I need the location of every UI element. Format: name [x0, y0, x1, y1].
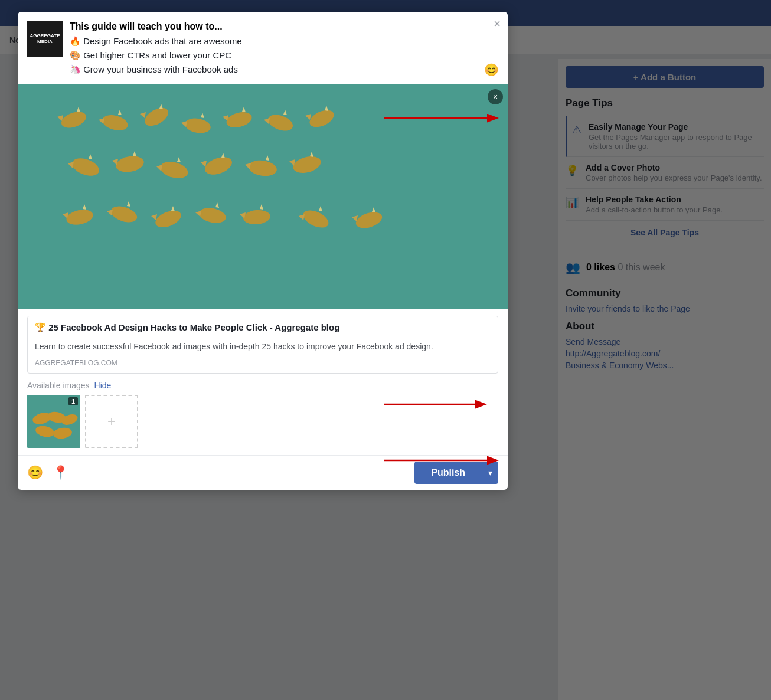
guide-item-3: 🦄 Grow your business with Facebook ads — [70, 63, 242, 77]
svg-point-6 — [142, 104, 171, 130]
svg-marker-5 — [118, 110, 122, 115]
footer-icons: 😊 📍 — [27, 465, 68, 480]
svg-marker-56 — [319, 206, 322, 211]
svg-point-0 — [59, 109, 89, 131]
image-close-button[interactable]: × — [488, 89, 503, 104]
svg-marker-31 — [201, 161, 207, 167]
available-images-label: Available images — [27, 381, 90, 390]
svg-point-27 — [158, 159, 190, 181]
svg-marker-26 — [133, 151, 136, 156]
svg-marker-23 — [89, 154, 92, 159]
svg-marker-55 — [299, 214, 305, 220]
svg-marker-46 — [151, 214, 157, 220]
svg-point-45 — [153, 207, 184, 230]
svg-marker-19 — [305, 114, 311, 120]
link-preview-card: Learn to create successful Facebook ad i… — [27, 316, 498, 374]
thumbnail-badge: 1 — [68, 397, 78, 405]
modal-guide-content: This guide will teach you how to... 🔥 De… — [70, 21, 242, 77]
svg-marker-29 — [177, 157, 181, 162]
svg-marker-53 — [260, 204, 263, 210]
thumbnail-add-button[interactable]: + — [85, 395, 138, 448]
post-creation-modal: AGGREGATEMEDIA This guide will teach you… — [18, 12, 508, 490]
svg-marker-50 — [215, 202, 219, 208]
svg-point-57 — [354, 209, 384, 231]
link-title-input[interactable] — [28, 316, 498, 336]
arrow-domain — [378, 449, 508, 472]
svg-marker-35 — [266, 155, 269, 161]
svg-marker-38 — [310, 152, 313, 157]
svg-marker-14 — [242, 107, 246, 112]
svg-point-39 — [65, 207, 94, 227]
emoji-button[interactable]: 😊 — [27, 465, 43, 480]
available-images-section: Available images Hide 1 + — [18, 381, 508, 455]
svg-point-12 — [225, 110, 254, 130]
logo-text: AGGREGATEMEDIA — [30, 33, 60, 44]
available-images-header: Available images Hide — [27, 381, 498, 390]
svg-point-15 — [266, 112, 295, 134]
svg-marker-44 — [127, 201, 130, 207]
svg-marker-2 — [77, 107, 80, 112]
svg-point-21 — [70, 155, 102, 179]
svg-point-3 — [101, 113, 130, 133]
modal-header: AGGREGATEMEDIA This guide will teach you… — [18, 12, 508, 84]
svg-marker-32 — [221, 153, 225, 158]
svg-point-33 — [247, 159, 277, 178]
link-description: Learn to create successful Facebook ad i… — [28, 336, 498, 358]
svg-marker-8 — [159, 104, 163, 109]
guide-item-1: 🔥 Design Facebook ads that are awesome — [70, 34, 242, 48]
svg-point-24 — [115, 154, 145, 174]
svg-point-30 — [202, 154, 234, 178]
svg-point-36 — [291, 153, 322, 176]
arrow-link-title — [378, 392, 496, 416]
guide-item-2: 🎨 Get higher CTRs and lower your CPC — [70, 48, 242, 63]
svg-marker-41 — [83, 204, 86, 210]
modal-logo: AGGREGATEMEDIA — [27, 21, 63, 57]
svg-point-51 — [243, 209, 271, 225]
svg-point-42 — [109, 203, 139, 225]
svg-point-54 — [300, 207, 331, 231]
svg-marker-17 — [283, 110, 287, 115]
svg-marker-43 — [107, 210, 113, 215]
guide-title: This guide will teach you how to... — [70, 21, 242, 32]
svg-marker-7 — [140, 112, 146, 118]
modal-close-button[interactable]: × — [494, 18, 501, 30]
hide-images-link[interactable]: Hide — [94, 381, 112, 390]
link-domain: AGGREGATEBLOG.COM — [28, 358, 498, 373]
svg-marker-59 — [372, 207, 375, 212]
emoji-picker-button[interactable]: 😊 — [483, 61, 499, 78]
svg-point-9 — [184, 116, 211, 135]
thumbnail-selected[interactable]: 1 — [27, 395, 80, 448]
svg-marker-11 — [201, 113, 204, 118]
svg-marker-16 — [264, 118, 270, 124]
svg-marker-47 — [171, 206, 175, 211]
svg-marker-22 — [68, 162, 74, 168]
arrow-header — [378, 106, 508, 130]
location-button[interactable]: 📍 — [53, 465, 68, 480]
svg-marker-20 — [325, 106, 328, 111]
svg-point-48 — [198, 205, 227, 225]
svg-point-18 — [307, 107, 337, 130]
